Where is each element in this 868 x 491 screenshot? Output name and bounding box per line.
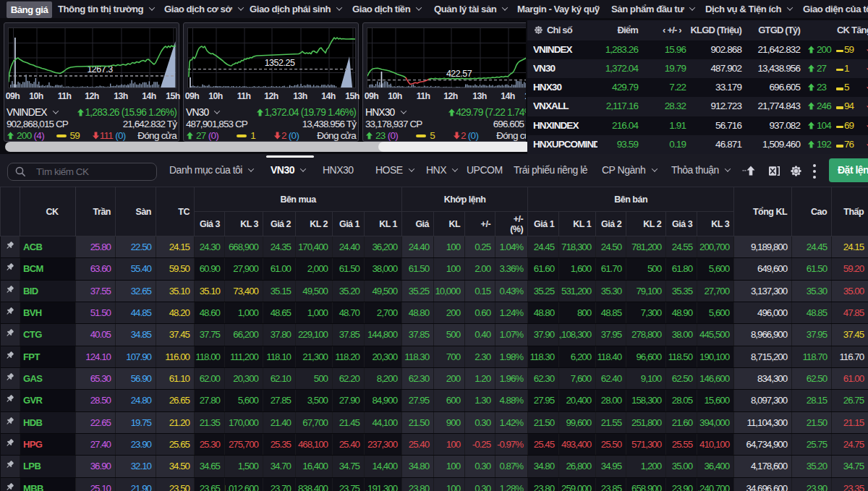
svg-text:422.57: 422.57 [446, 69, 472, 79]
svg-text:1352.25: 1352.25 [265, 58, 295, 68]
